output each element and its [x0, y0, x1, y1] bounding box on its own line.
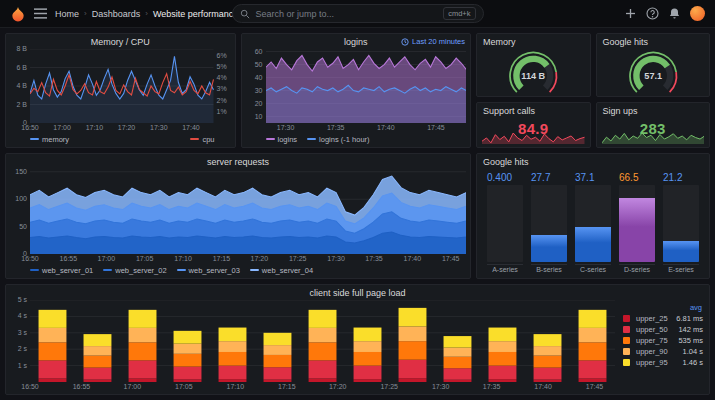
bar-segment[interactable]: [534, 346, 562, 356]
memory-cpu-chart[interactable]: 02 B4 B6 B8 B1%2%3%4%5%6%16:5017:0017:10…: [10, 49, 231, 145]
bar-segment[interactable]: [84, 334, 112, 346]
panel-title-memory[interactable]: Memory: [477, 34, 590, 49]
bar-segment[interactable]: [489, 352, 517, 366]
logins-chart[interactable]: 10203040506017:3017:3517:4017:45loginslo…: [246, 49, 467, 145]
bar-segment[interactable]: [309, 328, 337, 342]
bar-segment[interactable]: [579, 328, 607, 342]
bar-segment[interactable]: [84, 356, 112, 368]
help-icon[interactable]: [646, 7, 659, 20]
plot-area[interactable]: [30, 169, 466, 254]
bar-segment[interactable]: [489, 341, 517, 352]
legend-item[interactable]: web_server_04: [250, 266, 313, 275]
bar-segment[interactable]: [39, 328, 67, 342]
bar-gauge-column[interactable]: 27.7B-series: [531, 172, 567, 275]
panel-title-sign-ups[interactable]: Sign ups: [597, 103, 710, 118]
bar-segment[interactable]: [399, 341, 427, 360]
bar-segment[interactable]: [309, 342, 337, 360]
bar-segment[interactable]: [444, 336, 472, 347]
bar-segment[interactable]: [39, 342, 67, 360]
bar-segment[interactable]: [579, 360, 607, 378]
grafana-logo-icon[interactable]: [10, 6, 26, 22]
legend-item[interactable]: upper_50142 ms: [623, 325, 703, 334]
bar-segment[interactable]: [444, 368, 472, 379]
bar-segment[interactable]: [264, 345, 292, 355]
sign-ups-stat[interactable]: 283: [601, 118, 706, 145]
bar-segment[interactable]: [444, 357, 472, 368]
bar-segment[interactable]: [309, 310, 337, 328]
breadcrumb-home[interactable]: Home: [55, 9, 79, 19]
bar-segment[interactable]: [489, 366, 517, 380]
legend-item[interactable]: upper_951.46 s: [623, 358, 703, 367]
plot-area[interactable]: [30, 300, 615, 382]
breadcrumb-dashboards[interactable]: Dashboards: [92, 9, 141, 19]
legend-item[interactable]: web_server_02: [103, 266, 166, 275]
menu-icon[interactable]: [34, 8, 47, 19]
google-hits-gauge[interactable]: 57.1: [601, 49, 706, 94]
bar-segment[interactable]: [219, 341, 247, 352]
bar-gauge-column[interactable]: 37.1C-series: [575, 172, 611, 275]
search-input[interactable]: Search or jump to... cmd+k: [232, 4, 484, 23]
bar-segment[interactable]: [264, 355, 292, 367]
page-load-chart[interactable]: 1 s2 s3 s4 s5 s16:5016:5517:0017:0517:10…: [10, 300, 705, 392]
bar-segment[interactable]: [84, 368, 112, 380]
legend-item[interactable]: web_server_01: [30, 266, 93, 275]
bar-segment[interactable]: [129, 328, 157, 342]
bar-segment[interactable]: [174, 367, 202, 380]
google-hits-bar-gauge[interactable]: 0.400A-series27.7B-series37.1C-series66.…: [481, 169, 705, 276]
panel-title-server-requests[interactable]: server requests: [6, 154, 470, 169]
panel-title-google-hits[interactable]: Google hits: [597, 34, 710, 49]
panel-title-support-calls[interactable]: Support calls: [477, 103, 590, 118]
bar-segment[interactable]: [39, 360, 67, 378]
plot-area[interactable]: [266, 49, 467, 123]
bar-segment[interactable]: [219, 366, 247, 380]
bar-segment[interactable]: [174, 344, 202, 354]
bar-segment[interactable]: [264, 333, 292, 345]
bar-segment[interactable]: [354, 341, 382, 352]
bar-segment[interactable]: [444, 348, 472, 357]
bar-gauge-column[interactable]: 66.5D-series: [619, 172, 655, 275]
legend-item[interactable]: logins: [266, 135, 298, 144]
bar-segment[interactable]: [264, 367, 292, 379]
bar-segment[interactable]: [39, 310, 67, 328]
legend-item[interactable]: upper_256.81 ms: [623, 314, 703, 323]
bar-segment[interactable]: [129, 360, 157, 378]
bar-segment[interactable]: [399, 326, 427, 341]
bar-segment[interactable]: [84, 346, 112, 356]
bar-segment[interactable]: [399, 360, 427, 379]
plot-area[interactable]: [30, 49, 214, 123]
legend-item[interactable]: memory: [30, 135, 69, 144]
notifications-bell-icon[interactable]: [668, 7, 681, 20]
support-calls-stat[interactable]: 84.9: [481, 118, 586, 145]
bar-segment[interactable]: [399, 308, 427, 327]
panel-title-google-hits-bars[interactable]: Google hits: [477, 154, 709, 169]
add-icon[interactable]: [624, 7, 637, 20]
bar-segment[interactable]: [534, 334, 562, 346]
legend-item[interactable]: cpu: [190, 135, 214, 144]
legend-item[interactable]: upper_75535 ms: [623, 336, 703, 345]
bar-segment[interactable]: [579, 310, 607, 328]
bar-segment[interactable]: [534, 368, 562, 380]
panel-title-logins[interactable]: logins Last 20 minutes: [242, 34, 471, 49]
panel-title-page-load[interactable]: client side full page load: [6, 285, 709, 300]
legend-item[interactable]: upper_901.04 s: [623, 347, 703, 356]
bar-segment[interactable]: [489, 328, 517, 342]
bar-gauge-column[interactable]: 0.400A-series: [487, 172, 523, 275]
bar-segment[interactable]: [534, 356, 562, 368]
bar-segment[interactable]: [174, 354, 202, 367]
memory-gauge[interactable]: 114 B: [481, 49, 586, 94]
panel-title-memory-cpu[interactable]: Memory / CPU: [6, 34, 235, 49]
panel-time-override[interactable]: Last 20 minutes: [401, 37, 465, 46]
bar-segment[interactable]: [309, 360, 337, 378]
legend-item[interactable]: web_server_03: [177, 266, 240, 275]
bar-segment[interactable]: [354, 352, 382, 366]
bar-segment[interactable]: [354, 366, 382, 380]
bar-segment[interactable]: [579, 342, 607, 360]
bar-segment[interactable]: [129, 342, 157, 360]
user-avatar[interactable]: [690, 6, 705, 21]
bar-segment[interactable]: [219, 328, 247, 342]
legend-item[interactable]: logins (-1 hour): [307, 135, 369, 144]
bar-gauge-column[interactable]: 21.2E-series: [663, 172, 699, 275]
bar-segment[interactable]: [174, 331, 202, 344]
bar-segment[interactable]: [219, 352, 247, 366]
bar-segment[interactable]: [129, 310, 157, 328]
